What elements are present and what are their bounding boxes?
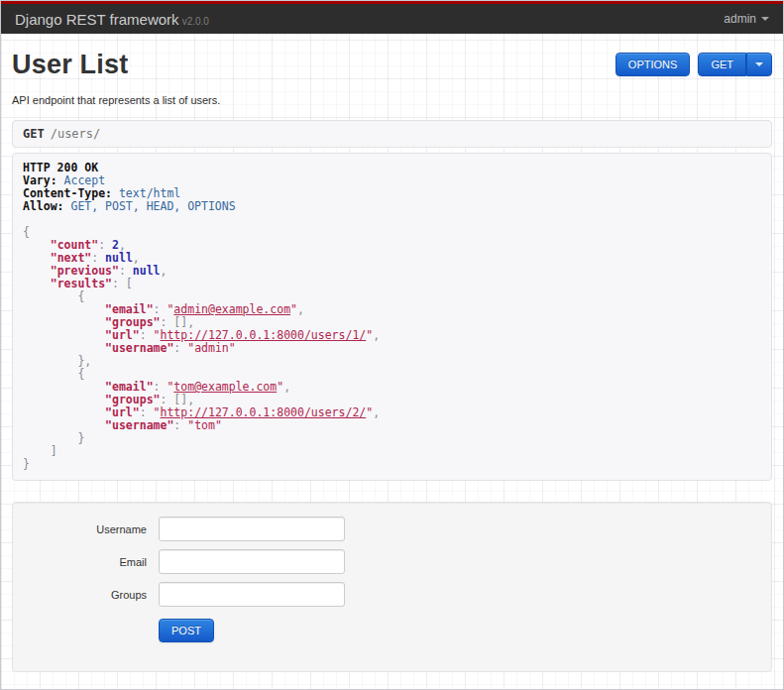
json-token: : [: [112, 277, 133, 290]
request-bar: GET /users/: [12, 120, 772, 148]
json-token: {: [23, 289, 84, 303]
json-token: }: [23, 431, 84, 445]
json-link[interactable]: http://127.0.0.1:8000/users/1/: [161, 328, 367, 342]
json-token: },: [23, 354, 91, 368]
navbar: Django REST frameworkv2.0.0 admin: [1, 1, 783, 34]
email-input[interactable]: [159, 549, 345, 574]
json-token: "admin": [187, 341, 235, 355]
chevron-down-icon: [761, 17, 769, 21]
json-token: "groups": [105, 393, 160, 406]
json-token: [23, 380, 105, 394]
brand-version: v2.0.0: [182, 16, 209, 27]
json-token: :: [154, 380, 168, 394]
json-link[interactable]: tom@example.com: [173, 380, 277, 394]
json-token: [23, 418, 105, 432]
json-token: ": [290, 302, 297, 316]
json-token: Vary:: [23, 173, 57, 187]
json-token: [23, 251, 51, 265]
submit-row: POST: [159, 619, 751, 642]
action-buttons: OPTIONS GET: [616, 53, 772, 76]
json-token: {: [23, 367, 84, 381]
json-token: : [],: [160, 393, 194, 406]
json-token: 2: [112, 238, 119, 252]
groups-input[interactable]: [159, 582, 345, 607]
json-token: "groups": [105, 315, 160, 329]
json-token: :: [140, 328, 154, 342]
json-token: GET, POST, HEAD, OPTIONS: [64, 199, 236, 213]
form-rows: UsernameEmailGroups: [13, 517, 751, 607]
json-token: ": [154, 405, 161, 419]
response-block: HTTP 200 OK Vary: Accept Content-Type: t…: [12, 153, 772, 481]
json-token: ,: [161, 264, 168, 278]
json-token: :: [91, 251, 105, 265]
form-row: Groups: [13, 582, 751, 607]
json-token: [23, 393, 105, 406]
json-token: null: [133, 264, 161, 278]
get-dropdown-button[interactable]: [746, 53, 772, 76]
endpoint-description: API endpoint that represents a list of u…: [12, 94, 772, 106]
json-token: :: [98, 238, 112, 252]
json-token: "next": [51, 251, 92, 265]
username-input[interactable]: [159, 517, 345, 541]
json-token: "previous": [51, 264, 119, 278]
page: Django REST frameworkv2.0.0 admin User L…: [0, 0, 784, 690]
json-token: ,: [373, 328, 380, 342]
get-button[interactable]: GET: [698, 53, 746, 76]
json-token: [23, 277, 51, 290]
json-token: :: [173, 341, 187, 355]
json-token: [23, 341, 105, 355]
options-button[interactable]: OPTIONS: [616, 53, 691, 76]
json-link[interactable]: admin@example.com: [173, 302, 290, 316]
json-token: "username": [105, 341, 173, 355]
json-token: "url": [105, 328, 140, 342]
json-token: }: [23, 457, 30, 471]
json-token: [23, 238, 51, 252]
json-token: "url": [105, 405, 140, 419]
json-token: null: [105, 251, 133, 265]
json-token: "tom": [187, 418, 222, 432]
json-token: [23, 328, 105, 342]
json-token: :: [119, 264, 133, 278]
post-form: UsernameEmailGroups POST: [12, 502, 772, 672]
json-link[interactable]: http://127.0.0.1:8000/users/2/: [161, 405, 367, 419]
json-token: [23, 315, 105, 329]
json-token: Allow:: [23, 199, 64, 213]
json-token: ,: [119, 238, 126, 252]
json-token: HTTP 200 OK: [23, 161, 98, 174]
json-token: Content-Type:: [23, 186, 112, 200]
json-token: ,: [373, 405, 380, 419]
form-row: Username: [13, 517, 751, 541]
user-menu-label: admin: [724, 12, 756, 26]
request-path: /users/: [51, 127, 101, 141]
username-label: Username: [13, 523, 147, 535]
json-token: ]: [23, 444, 57, 458]
json-token: ,: [283, 380, 290, 394]
json-token: text/html: [112, 186, 180, 200]
get-split-button: GET: [698, 53, 772, 76]
json-token: {: [23, 225, 30, 239]
json-token: "results": [51, 277, 112, 290]
json-token: ,: [133, 251, 140, 265]
chevron-down-icon: [755, 62, 763, 66]
user-menu-dropdown[interactable]: admin: [724, 12, 769, 26]
json-token: :: [140, 405, 154, 419]
post-button[interactable]: POST: [159, 619, 214, 642]
json-token: [23, 302, 105, 316]
groups-label: Groups: [13, 589, 147, 601]
json-token: :: [154, 302, 168, 316]
main-content: User List OPTIONS GET API endpoint that …: [1, 50, 783, 672]
json-token: ": [154, 328, 161, 342]
form-row: Email: [13, 549, 751, 574]
json-token: "username": [105, 418, 173, 432]
page-header: User List OPTIONS GET: [12, 50, 772, 80]
json-token: [23, 264, 51, 278]
brand-link[interactable]: Django REST frameworkv2.0.0: [15, 11, 209, 28]
brand-title: Django REST framework: [15, 11, 179, 28]
json-token: "count": [51, 238, 98, 252]
json-token: "email": [105, 380, 153, 394]
json-token: Accept: [57, 173, 105, 187]
page-title: User List: [12, 50, 128, 80]
json-token: "email": [105, 302, 153, 316]
json-token: ,: [297, 302, 304, 316]
json-token: :: [173, 418, 187, 432]
